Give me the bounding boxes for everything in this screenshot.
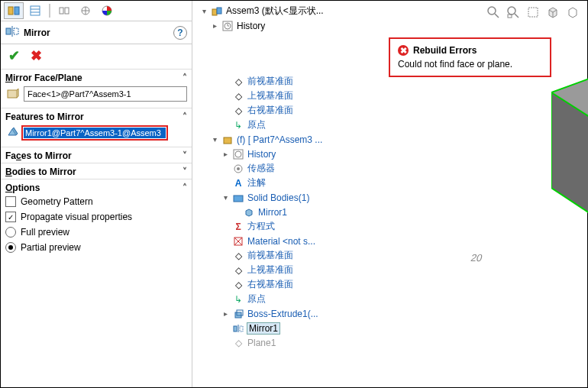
- chevron-up-icon: ˄: [183, 73, 187, 83]
- svg-rect-6: [65, 8, 69, 14]
- tree-right-plane[interactable]: 右视基准面: [247, 104, 293, 117]
- error-icon: ✖: [398, 45, 409, 56]
- plane-icon: ◇: [232, 264, 244, 276]
- tree-top-plane[interactable]: 上视基准面: [247, 89, 293, 102]
- mirror-command-icon: [5, 24, 19, 40]
- display-style-icon[interactable]: [566, 5, 580, 21]
- section-view-icon[interactable]: [526, 5, 540, 21]
- svg-rect-20: [528, 8, 538, 17]
- tree-root[interactable]: Assem3 (默认<显示状...: [226, 5, 324, 18]
- extrude-icon: [232, 308, 244, 320]
- model-view[interactable]: [551, 62, 588, 278]
- tab-configuration-manager[interactable]: [54, 2, 74, 19]
- graphics-area[interactable]: ▾Assem3 (默认<显示状... ▸History ◇前视基准面 ◇上视基准…: [192, 1, 587, 387]
- tree-history[interactable]: History: [237, 21, 265, 31]
- svg-rect-5: [60, 8, 63, 14]
- svg-rect-32: [234, 196, 243, 202]
- expand-icon[interactable]: ▸: [221, 150, 229, 158]
- property-manager-panel: Mirror ? ✔ ✖ Mirror Face/Plane ˄ Feature…: [1, 1, 192, 387]
- view-cube-icon[interactable]: [546, 5, 560, 21]
- tree-solid-bodies[interactable]: Solid Bodies(1): [247, 192, 309, 203]
- mirror-face-input[interactable]: [24, 86, 187, 102]
- rebuild-error-balloon: ✖Rebuild Errors Could not find face or p…: [389, 37, 551, 77]
- tab-dimxpert[interactable]: [76, 2, 95, 19]
- tree-front-plane2[interactable]: 前视基准面: [247, 249, 293, 262]
- section-options[interactable]: Options ˄: [1, 179, 192, 195]
- section-faces-to-mirror[interactable]: Faces to Mirror ˅: [1, 147, 192, 163]
- svg-rect-1: [15, 7, 19, 15]
- expand-icon[interactable]: ▸: [221, 309, 229, 318]
- tree-annotations[interactable]: 注解: [247, 176, 266, 189]
- folder-icon: [232, 192, 244, 204]
- tree-mirror1[interactable]: Mirror1: [247, 323, 279, 334]
- tab-feature-manager[interactable]: [4, 2, 24, 19]
- svg-rect-14: [8, 90, 17, 98]
- help-icon[interactable]: ?: [173, 26, 187, 40]
- geometry-pattern-checkbox[interactable]: Geometry Pattern: [5, 196, 187, 207]
- error-message: Could not find face or plane.: [398, 59, 542, 70]
- tree-equations[interactable]: 方程式: [247, 220, 275, 233]
- panel-tab-row: [1, 1, 192, 21]
- svg-rect-12: [14, 28, 18, 34]
- mirror-feature-icon: [232, 322, 244, 335]
- partial-preview-radio[interactable]: Partial preview: [5, 242, 187, 253]
- history-icon: [221, 20, 234, 32]
- tree-origin2[interactable]: 原点: [247, 293, 266, 306]
- svg-point-31: [237, 167, 240, 170]
- chevron-up-icon: ˄: [183, 112, 187, 122]
- svg-rect-38: [234, 326, 237, 331]
- expand-icon[interactable]: ▾: [211, 135, 218, 144]
- ok-button[interactable]: ✔: [8, 47, 20, 64]
- origin-icon: ↳: [232, 293, 244, 306]
- svg-line-16: [495, 14, 499, 18]
- command-header: Mirror ?: [1, 21, 192, 44]
- tree-sensors[interactable]: 传感器: [247, 162, 275, 175]
- svg-point-17: [508, 7, 515, 15]
- origin-icon: ↳: [232, 119, 244, 131]
- material-icon: [232, 235, 244, 247]
- svg-point-15: [488, 7, 496, 15]
- section-features-to-mirror[interactable]: Features to Mirror ˄: [1, 108, 192, 124]
- cancel-button[interactable]: ✖: [31, 47, 42, 64]
- svg-rect-22: [217, 8, 221, 14]
- tree-plane1[interactable]: Plane1: [247, 338, 276, 348]
- expand-icon[interactable]: ▾: [221, 193, 229, 202]
- plane-icon: ◇: [232, 90, 244, 102]
- full-preview-radio[interactable]: Full preview: [5, 227, 187, 238]
- tree-front-plane[interactable]: 前视基准面: [247, 75, 293, 88]
- body-icon: [243, 206, 255, 218]
- tree-part[interactable]: (f) [ Part7^Assem3 ...: [237, 134, 322, 145]
- feature-list-item[interactable]: Mirror1@Part7^Assem3-1@Assem3: [24, 128, 166, 138]
- expand-icon[interactable]: ▸: [211, 21, 218, 30]
- feature-selector-icon: [5, 125, 21, 141]
- tree-boss-extrude[interactable]: Boss-Extrude1(...: [247, 309, 318, 319]
- section-bodies-to-mirror[interactable]: Bodies to Mirror ˅: [1, 163, 192, 179]
- tree-top-plane2[interactable]: 上视基准面: [247, 264, 293, 276]
- tree-history2[interactable]: History: [247, 149, 276, 160]
- tree-origin[interactable]: 原点: [247, 118, 266, 131]
- section-mirror-face-plane[interactable]: Mirror Face/Plane ˄: [1, 70, 192, 85]
- tree-body-mirror1[interactable]: Mirror1: [258, 207, 287, 218]
- svg-rect-0: [8, 7, 13, 15]
- tab-display-manager[interactable]: [97, 2, 117, 19]
- plane-icon: ◇: [232, 250, 244, 262]
- plane-icon: ◇: [232, 337, 244, 349]
- tab-property-manager[interactable]: [25, 2, 45, 19]
- part-icon: [221, 134, 234, 146]
- propagate-visual-checkbox[interactable]: ✓ Propagate visual properties: [5, 212, 187, 222]
- zoom-area-icon[interactable]: [506, 5, 520, 21]
- ok-cancel-row: ✔ ✖: [1, 44, 192, 69]
- assembly-icon: [211, 5, 223, 18]
- feature-tree[interactable]: ▾Assem3 (默认<显示状... ▸History ◇前视基准面 ◇上视基准…: [200, 4, 383, 350]
- tree-material[interactable]: Material <not s...: [247, 236, 315, 247]
- plane-icon: ◇: [232, 76, 244, 88]
- dimension-label[interactable]: 20: [470, 252, 483, 264]
- expand-icon[interactable]: ▾: [200, 7, 208, 15]
- error-title: Rebuild Errors: [413, 45, 477, 56]
- svg-rect-2: [31, 6, 40, 15]
- plane-icon: ◇: [232, 105, 244, 117]
- tree-right-plane2[interactable]: 右视基准面: [247, 278, 293, 291]
- zoom-in-icon[interactable]: [486, 5, 500, 21]
- svg-rect-39: [240, 326, 243, 331]
- annotation-icon: A: [232, 177, 244, 189]
